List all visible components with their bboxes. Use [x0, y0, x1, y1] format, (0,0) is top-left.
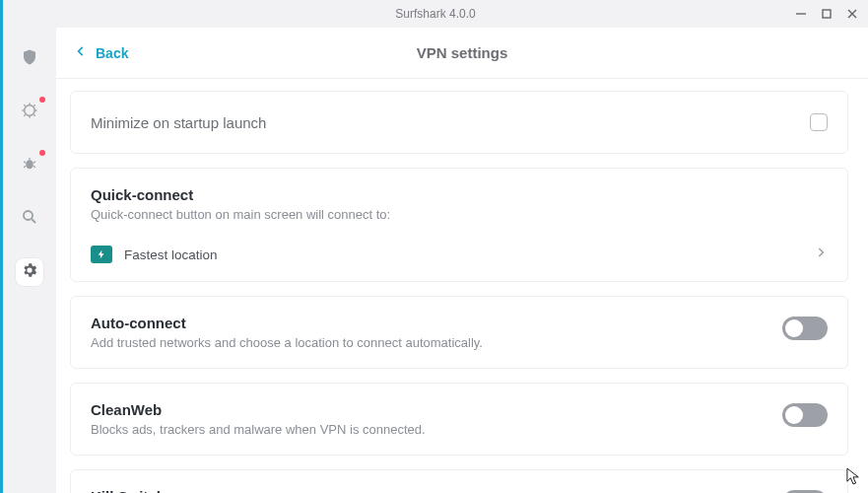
alert-icon — [21, 102, 38, 123]
search-icon — [21, 208, 38, 230]
topbar: Back VPN settings — [56, 28, 868, 79]
back-label: Back — [96, 45, 128, 61]
cleanweb-title: CleanWeb — [91, 401, 426, 418]
kill-switch-section: Kill Switch Disables internet to keep da… — [70, 469, 848, 493]
main-panel: Back VPN settings Minimize on startup la… — [56, 28, 868, 493]
titlebar: Surfshark 4.0.0 — [3, 0, 868, 28]
svg-point-5 — [26, 160, 33, 169]
notification-dot-icon — [39, 150, 45, 156]
svg-line-7 — [32, 219, 35, 223]
sidebar-item-vpn[interactable] — [16, 45, 43, 73]
shield-icon — [21, 48, 38, 70]
sidebar — [3, 28, 56, 493]
settings-scroll[interactable]: Minimize on startup launch Quick-connect… — [56, 79, 868, 493]
notification-dot-icon — [39, 97, 45, 103]
auto-connect-section: Auto-connect Add trusted networks and ch… — [70, 296, 848, 369]
auto-connect-title: Auto-connect — [91, 315, 483, 331]
page-title: VPN settings — [417, 44, 508, 61]
quick-connect-title: Quick-connect — [91, 186, 828, 203]
auto-connect-desc: Add trusted networks and choose a locati… — [91, 335, 483, 350]
sidebar-item-settings[interactable] — [16, 258, 43, 286]
svg-rect-1 — [823, 10, 831, 18]
minimize-checkbox[interactable] — [810, 113, 828, 131]
window-controls — [791, 0, 862, 28]
svg-point-4 — [25, 106, 35, 116]
gear-icon — [21, 261, 38, 283]
minimize-window-button[interactable] — [791, 4, 811, 24]
quick-connect-desc: Quick-connect button on main screen will… — [91, 207, 828, 222]
bolt-icon — [91, 246, 112, 263]
cleanweb-toggle[interactable] — [782, 403, 828, 427]
bug-icon — [21, 155, 38, 176]
chevron-left-icon — [74, 44, 88, 61]
quick-connect-value-row[interactable]: Fastest location — [91, 246, 828, 263]
kill-switch-title: Kill Switch — [91, 488, 461, 493]
chevron-right-icon — [814, 246, 828, 263]
close-window-button[interactable] — [842, 4, 862, 24]
maximize-window-button[interactable] — [817, 4, 836, 24]
quick-connect-section: Quick-connect Quick-connect button on ma… — [70, 168, 848, 282]
minimize-label: Minimize on startup launch — [91, 114, 266, 131]
minimize-on-startup-row: Minimize on startup launch — [70, 91, 848, 154]
quick-connect-value: Fastest location — [124, 247, 218, 262]
cleanweb-section: CleanWeb Blocks ads, trackers and malwar… — [70, 383, 848, 456]
sidebar-item-alert[interactable] — [16, 99, 43, 126]
svg-point-6 — [24, 211, 33, 220]
window-title: Surfshark 4.0.0 — [395, 7, 475, 21]
sidebar-item-antivirus[interactable] — [16, 152, 43, 179]
sidebar-item-search[interactable] — [16, 205, 43, 233]
back-button[interactable]: Back — [74, 44, 128, 61]
auto-connect-toggle[interactable] — [782, 317, 828, 340]
cleanweb-desc: Blocks ads, trackers and malware when VP… — [91, 422, 426, 437]
